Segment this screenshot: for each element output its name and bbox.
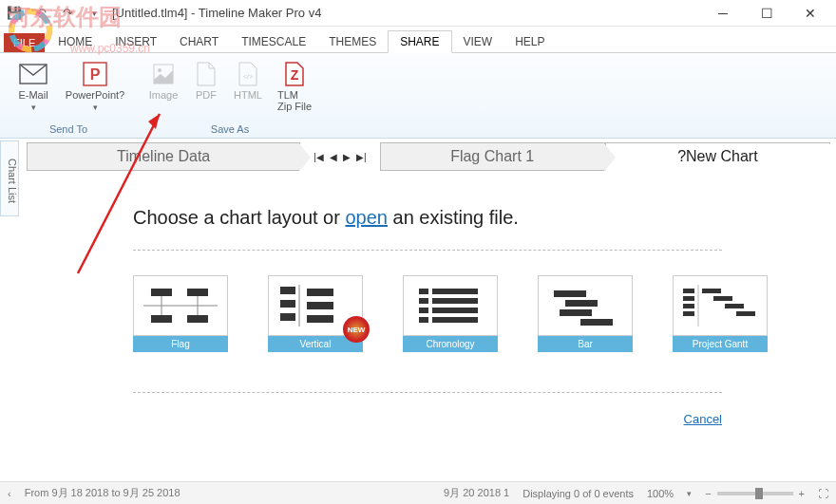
- email-label: E-Mail: [18, 89, 48, 101]
- image-icon: [148, 61, 179, 87]
- qat-undo-button[interactable]: ↶: [30, 3, 51, 24]
- powerpoint-button[interactable]: P PowerPoint? ▾: [61, 57, 129, 116]
- menu-file[interactable]: FILE: [4, 33, 45, 52]
- svg-rect-42: [683, 311, 694, 316]
- zoom-slider[interactable]: − +: [705, 488, 805, 499]
- nav-next-icon[interactable]: ▶: [343, 152, 351, 162]
- svg-rect-43: [702, 289, 721, 293]
- svg-rect-32: [419, 317, 428, 323]
- image-label: Image: [149, 89, 179, 101]
- zoom-in-icon[interactable]: +: [799, 488, 805, 499]
- email-button[interactable]: E-Mail ▾: [8, 57, 59, 116]
- doc-name: [Untitled.tlm4]: [112, 6, 187, 20]
- ribbon-group-saveas: Image PDF </> HTML Z TLM Zip File Save A…: [142, 57, 318, 138]
- svg-rect-31: [432, 308, 478, 313]
- layout-vertical[interactable]: NEW Vertical: [268, 275, 363, 352]
- tlmzip-button[interactable]: Z TLM Zip File: [271, 57, 318, 116]
- nav-prev-icon[interactable]: ◀: [330, 152, 337, 162]
- html-icon: </>: [233, 61, 263, 87]
- layout-flag[interactable]: Flag: [133, 275, 228, 352]
- svg-rect-27: [432, 289, 478, 294]
- minimize-button[interactable]: ─: [701, 0, 745, 27]
- svg-rect-39: [683, 289, 694, 293]
- tlmzip-icon: Z: [279, 61, 310, 87]
- svg-rect-41: [683, 304, 694, 308]
- pdf-label: PDF: [196, 89, 217, 101]
- svg-rect-44: [713, 296, 732, 301]
- maximize-button[interactable]: ☐: [745, 0, 788, 27]
- tab-nav: |◀ ◀ ▶ ▶|: [314, 152, 366, 162]
- layout-gantt-label: Project Gantt: [673, 336, 768, 352]
- status-zoom: 100%: [647, 488, 674, 499]
- qat-save-button[interactable]: 💾: [4, 3, 25, 24]
- layout-vertical-thumb: NEW: [268, 275, 363, 336]
- svg-rect-30: [419, 308, 428, 313]
- svg-rect-46: [736, 311, 755, 316]
- html-label: HTML: [234, 89, 262, 101]
- heading: Choose a chart layout or open an existin…: [133, 207, 722, 229]
- tlmzip-label: TLM Zip File: [277, 89, 312, 112]
- svg-rect-36: [560, 309, 592, 316]
- divider: [133, 250, 722, 251]
- nav-first-icon[interactable]: |◀: [314, 152, 324, 162]
- layout-bar-thumb: [538, 275, 633, 336]
- svg-rect-23: [307, 289, 333, 296]
- layout-flag-thumb: [133, 275, 228, 336]
- divider: [133, 392, 722, 393]
- window-title: [Untitled.tlm4] - Timeline Maker Pro v4: [112, 6, 321, 20]
- menu-view[interactable]: VIEW: [452, 31, 504, 52]
- app-name: Timeline Maker Pro v4: [199, 6, 322, 20]
- svg-rect-12: [187, 289, 208, 296]
- menu-insert[interactable]: INSERT: [104, 31, 168, 52]
- qat-redo-button[interactable]: ↷: [57, 3, 78, 24]
- side-tab-chartlist[interactable]: Chart List: [0, 140, 19, 216]
- svg-rect-20: [280, 287, 295, 294]
- menu-themes[interactable]: THEMES: [317, 31, 388, 52]
- open-link[interactable]: open: [345, 207, 388, 228]
- tab-timeline-data[interactable]: Timeline Data: [27, 142, 300, 171]
- status-collapse-icon[interactable]: ‹: [8, 488, 11, 499]
- layout-flag-label: Flag: [133, 336, 228, 352]
- layout-chronology[interactable]: Chronology: [403, 275, 498, 352]
- zoom-out-icon[interactable]: −: [705, 488, 711, 499]
- svg-rect-29: [432, 298, 478, 304]
- status-date: 9月 20 2018 1: [444, 486, 509, 500]
- layout-chronology-label: Chronology: [403, 336, 498, 352]
- svg-rect-34: [554, 290, 586, 297]
- status-expand-icon[interactable]: ⛶: [818, 488, 828, 499]
- svg-rect-25: [307, 315, 333, 323]
- svg-rect-37: [580, 319, 613, 326]
- nav-last-icon[interactable]: ▶|: [356, 152, 367, 162]
- svg-rect-11: [151, 289, 172, 296]
- close-button[interactable]: ✕: [788, 0, 832, 27]
- svg-rect-45: [725, 304, 744, 308]
- menu-help[interactable]: HELP: [504, 31, 556, 52]
- tab-new-chart[interactable]: ?New Chart: [605, 142, 830, 171]
- menu-share[interactable]: SHARE: [388, 30, 451, 53]
- svg-rect-33: [432, 317, 478, 323]
- svg-rect-21: [280, 300, 295, 308]
- cancel-link[interactable]: Cancel: [684, 412, 722, 426]
- tab-flag-chart[interactable]: Flag Chart 1: [380, 142, 605, 171]
- svg-rect-22: [280, 313, 295, 321]
- layout-gantt[interactable]: Project Gantt: [673, 275, 768, 352]
- svg-rect-13: [151, 315, 172, 323]
- svg-rect-24: [307, 302, 333, 309]
- new-badge: NEW: [343, 316, 370, 343]
- pdf-icon: [191, 61, 221, 87]
- menu-timescale[interactable]: TIMESCALE: [230, 31, 317, 52]
- qat-customize-button[interactable]: ▾: [84, 3, 104, 24]
- svg-rect-28: [419, 298, 428, 304]
- menubar: FILE HOME INSERT CHART TIMESCALE THEMES …: [0, 27, 836, 53]
- menu-home[interactable]: HOME: [47, 31, 104, 52]
- chevron-down-icon[interactable]: ▾: [687, 489, 692, 498]
- layout-gantt-thumb: [673, 275, 768, 336]
- svg-text:</>: </>: [243, 73, 253, 80]
- group-label-saveas: Save As: [211, 123, 249, 135]
- powerpoint-label: PowerPoint?: [66, 89, 124, 101]
- layout-bar[interactable]: Bar: [538, 275, 633, 352]
- menu-chart[interactable]: CHART: [168, 31, 230, 52]
- ribbon-group-sendto: E-Mail ▾ P PowerPoint? ▾ Send To: [8, 57, 129, 138]
- ribbon: E-Mail ▾ P PowerPoint? ▾ Send To Image P…: [0, 53, 836, 139]
- svg-rect-26: [419, 289, 428, 294]
